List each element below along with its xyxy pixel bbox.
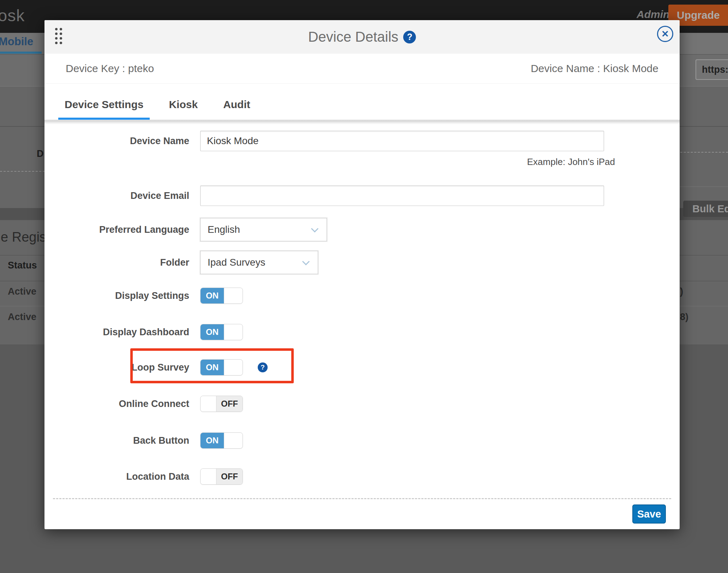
modal-title: Device Details [308,29,399,45]
display-settings-toggle[interactable]: ON [200,288,243,304]
device-email-label: Device Email [44,190,200,201]
bulk-edit-button[interactable]: Bulk Edit [683,201,728,217]
toggle-state-label: OFF [216,396,243,412]
modal-title-row: Device Details ? [44,20,680,54]
toggle-state-label: ON [201,288,224,303]
folder-row: Folder Ipad Surveys [44,251,318,274]
device-details-modal: Device Details ? ✕ Device Key : pteko De… [44,20,680,529]
modal-subheader: Device Key : pteko Device Name : Kiosk M… [44,54,680,84]
display-dashboard-toggle[interactable]: ON [200,324,243,340]
device-name-row: Device Name [44,131,604,151]
toggle-knob [224,360,243,375]
back-button-toggle[interactable]: ON [200,432,243,449]
chevron-down-icon [302,258,310,265]
toggle-knob [224,433,243,448]
table-row-status: Active [8,312,36,323]
modal-tabs: Device Settings Kiosk Audit [44,84,680,120]
online-connect-label: Online Connect [44,398,200,409]
tab-audit[interactable]: Audit [217,99,257,120]
status-column-header: Status [8,260,37,271]
loop-survey-label: Loop Survey [44,362,200,373]
device-name-label: Device Name [44,136,200,147]
close-icon[interactable]: ✕ [657,26,673,42]
preferred-language-value: English [208,224,240,235]
display-settings-row: Display Settings ON [44,288,243,304]
tab-bar-shadow [44,120,680,124]
tab-device-settings[interactable]: Device Settings [58,99,150,120]
table-row-status: Active [8,286,36,297]
chevron-down-icon [311,225,318,232]
folder-label: Folder [44,257,200,268]
loop-survey-row: Loop Survey ON [44,359,243,376]
toggle-state-label: ON [201,360,224,375]
display-dashboard-label: Display Dashboard [44,327,200,338]
device-email-input[interactable] [200,185,604,206]
loop-survey-help-icon[interactable]: ? [258,362,268,372]
tab-kiosk[interactable]: Kiosk [162,99,204,120]
preferred-language-row: Preferred Language English [44,218,327,241]
preferred-language-label: Preferred Language [44,224,200,235]
toggle-knob [201,396,216,412]
toggle-knob [224,288,243,303]
back-button-row: Back Button ON [44,432,243,449]
save-button[interactable]: Save [632,504,666,524]
admin-link[interactable]: Admin [637,8,669,20]
app-logo-fragment: osk [0,6,25,25]
screen: osk Admin Upgrade Now Mobile https:// D … [0,0,728,573]
folder-value: Ipad Surveys [208,257,265,268]
device-key-text: Device Key : pteko [66,63,154,75]
online-connect-row: Online Connect OFF [44,396,243,412]
table-row-fragment: 8) [680,312,688,323]
modal-header: Device Details ? ✕ [44,20,680,54]
toggle-state-label: ON [201,324,224,340]
footer-divider [53,498,671,499]
url-input[interactable]: https:// [696,59,728,80]
toggle-knob [224,324,243,340]
help-icon[interactable]: ? [403,31,416,43]
toggle-knob [201,469,216,484]
device-email-row: Device Email [44,185,604,206]
location-data-label: Location Data [44,471,200,482]
device-name-input[interactable] [200,131,604,151]
location-data-row: Location Data OFF [44,468,243,485]
online-connect-toggle[interactable]: OFF [200,396,243,412]
table-row-fragment: ) [680,286,683,297]
device-name-text: Device Name : Kiosk Mode [531,63,658,75]
display-dashboard-row: Display Dashboard ON [44,324,243,340]
toggle-state-label: OFF [216,469,243,484]
folder-select[interactable]: Ipad Surveys [200,251,318,274]
preferred-language-select[interactable]: English [200,218,327,241]
location-data-toggle[interactable]: OFF [200,468,243,485]
background-label-fragment: D [37,148,44,159]
device-name-helper: Example: John's iPad [211,156,615,167]
tab-mobile-underline [0,52,42,54]
display-settings-label: Display Settings [44,290,200,301]
loop-survey-toggle[interactable]: ON [200,359,243,376]
toggle-state-label: ON [201,433,224,448]
tab-mobile[interactable]: Mobile [0,35,33,48]
back-button-label: Back Button [44,435,200,446]
